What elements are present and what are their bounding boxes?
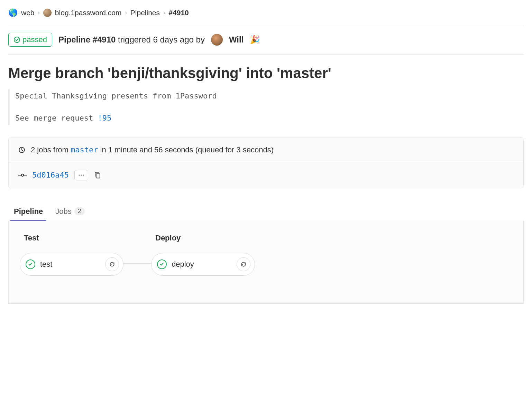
breadcrumb-current: #4910: [168, 9, 189, 17]
tabs: Pipeline Jobs 2: [8, 202, 524, 221]
commit-icon: [18, 171, 27, 179]
party-popper-icon: 🎉: [250, 35, 260, 45]
job-status-passed-icon: [157, 259, 167, 269]
clock-icon: [18, 146, 25, 153]
stage-test: Test test: [20, 234, 123, 276]
branch-link[interactable]: master: [71, 145, 98, 154]
retry-icon: [240, 261, 247, 267]
status-badge[interactable]: passed: [8, 33, 52, 47]
pipeline-header: passed Pipeline #4910 triggered 6 days a…: [8, 25, 524, 55]
jobs-count-badge: 2: [74, 207, 85, 215]
stage-connector: [123, 263, 151, 264]
job-test[interactable]: test: [20, 253, 123, 276]
pipeline-info-box: 2 jobs from master in 1 minute and 56 se…: [8, 138, 524, 188]
tab-jobs[interactable]: Jobs 2: [54, 202, 86, 221]
commit-title: Merge branch 'benji/thanksgiving' into '…: [8, 65, 524, 82]
svg-point-7: [83, 174, 84, 176]
svg-point-5: [79, 174, 80, 176]
ellipsis-icon: [78, 172, 84, 178]
pipeline-graph: Test test Deploy deplo: [8, 221, 524, 304]
commit-message-line: Special Thanksgiving presents from 1Pass…: [15, 91, 524, 102]
retry-button[interactable]: [105, 257, 119, 271]
commit-message-line: See merge request !95: [15, 113, 524, 124]
stage-name: Deploy: [151, 234, 255, 243]
commit-sha-link[interactable]: 5d016a45: [32, 171, 69, 179]
chevron-right-icon: ›: [38, 10, 40, 16]
expand-button[interactable]: [74, 170, 88, 180]
check-circle-icon: [13, 36, 20, 43]
job-name: test: [40, 260, 100, 269]
project-avatar-icon: [43, 9, 52, 17]
chevron-right-icon: ›: [125, 10, 127, 16]
retry-icon: [109, 261, 115, 267]
breadcrumb-section[interactable]: Pipelines: [130, 9, 160, 17]
svg-rect-8: [96, 174, 100, 178]
copy-icon[interactable]: [94, 171, 101, 179]
commit-sha-row: 5d016a45: [9, 162, 523, 188]
jobs-summary-row: 2 jobs from master in 1 minute and 56 se…: [9, 138, 523, 162]
chevron-right-icon: ›: [163, 10, 165, 16]
job-deploy[interactable]: deploy: [151, 253, 255, 276]
commit-message: Special Thanksgiving presents from 1Pass…: [8, 89, 524, 125]
status-label: passed: [22, 35, 47, 44]
job-name: deploy: [172, 260, 232, 269]
merge-request-link[interactable]: !95: [98, 114, 111, 122]
job-status-passed-icon: [26, 259, 35, 269]
svg-point-3: [21, 174, 24, 176]
breadcrumb: 🌎 web › blog.1password.com › Pipelines ›…: [8, 8, 524, 25]
user-name[interactable]: Will: [229, 35, 244, 45]
user-avatar[interactable]: [211, 34, 223, 46]
stage-name: Test: [20, 234, 123, 243]
retry-button[interactable]: [237, 257, 250, 271]
stage-deploy: Deploy deploy: [151, 234, 255, 276]
pipeline-title: Pipeline #4910 triggered 6 days ago by: [58, 35, 205, 45]
breadcrumb-group[interactable]: web: [21, 9, 35, 17]
globe-icon: 🌎: [8, 8, 18, 17]
tab-pipeline[interactable]: Pipeline: [12, 202, 44, 221]
jobs-summary-text: 2 jobs from master in 1 minute and 56 se…: [31, 145, 274, 154]
breadcrumb-project[interactable]: blog.1password.com: [55, 9, 122, 17]
svg-point-6: [81, 174, 82, 176]
